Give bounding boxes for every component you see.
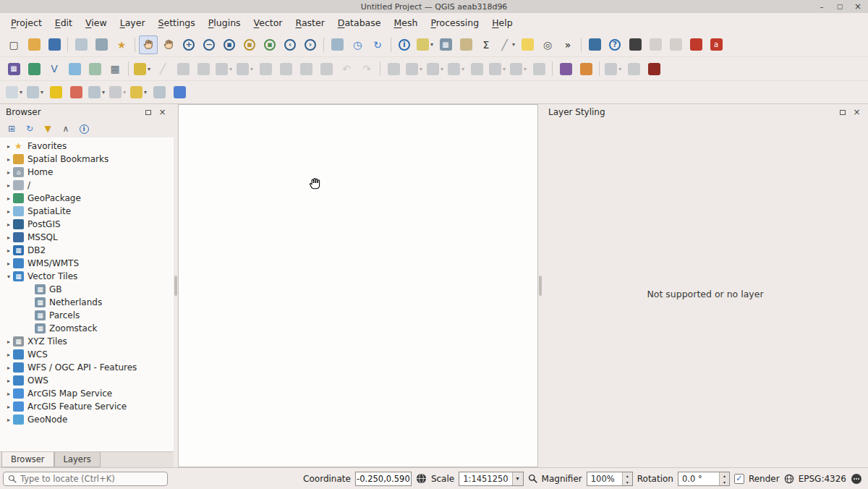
menu-item[interactable]: View: [79, 15, 114, 30]
expand-arrow-icon[interactable]: ▸: [4, 182, 13, 189]
expand-arrow-icon[interactable]: ▸: [4, 352, 13, 358]
expand-arrow-icon[interactable]: ▸: [4, 234, 13, 241]
rotation-value[interactable]: 0.0 °: [678, 474, 719, 484]
current-edits[interactable]: [132, 59, 152, 78]
new-geopackage-layer[interactable]: [25, 59, 43, 78]
close-panel-icon[interactable]: [157, 107, 168, 118]
new-print-layout[interactable]: [72, 35, 90, 54]
dropdown-arrow-icon[interactable]: [461, 66, 464, 72]
add-selected-layers[interactable]: ⊞: [4, 122, 19, 136]
expand-arrow-icon[interactable]: ▸: [4, 404, 13, 410]
tree-item-spatial-bookmarks[interactable]: ▸ Spatial Bookmarks: [0, 153, 174, 166]
minimize-button[interactable]: [817, 1, 826, 12]
collapse-all[interactable]: ∧: [59, 122, 73, 136]
spin-up-icon[interactable]: [623, 472, 632, 479]
plugin-tool-1[interactable]: [646, 35, 665, 54]
open-project[interactable]: [25, 35, 43, 54]
tree-item-root-folder[interactable]: ▸ /: [0, 179, 174, 192]
tree-item-wfs[interactable]: ▸ WFS / OGC API - Features: [0, 361, 174, 374]
dropdown-arrow-icon[interactable]: [441, 66, 443, 72]
float-panel-icon[interactable]: [837, 107, 848, 118]
dropdown-arrow-icon[interactable]: [420, 66, 422, 72]
refresh-browser[interactable]: ↻: [22, 122, 37, 136]
move-feature[interactable]: [235, 59, 255, 78]
expand-arrow-icon[interactable]: ▸: [4, 417, 13, 423]
plugin-tool-2[interactable]: [666, 35, 685, 54]
merge-features[interactable]: [425, 59, 445, 78]
zoom-full[interactable]: ▪: [220, 35, 239, 54]
expand-arrow-icon[interactable]: ▸: [4, 221, 13, 228]
tree-item-vector-tiles[interactable]: ▾ ▦ Vector Tiles: [0, 270, 174, 283]
float-panel-icon[interactable]: [142, 107, 153, 118]
layer-diagram-options[interactable]: [67, 83, 85, 102]
tree-item-gb[interactable]: ▦ GB: [0, 283, 174, 296]
dropdown-arrow-icon[interactable]: [618, 66, 621, 72]
first-aid-debug[interactable]: [626, 35, 644, 54]
dropdown-arrow-icon[interactable]: [20, 89, 22, 95]
layer-labeling-options[interactable]: [46, 83, 65, 102]
dropdown-arrow-icon[interactable]: [123, 89, 126, 95]
expand-arrow-icon[interactable]: ▾: [4, 273, 13, 280]
magnifier-spinbox[interactable]: 100%: [587, 472, 633, 486]
tree-item-xyz-tiles[interactable]: ▸ ▦ XYZ Tiles: [0, 335, 174, 348]
topology-plugin[interactable]: [644, 59, 663, 78]
menu-item[interactable]: Raster: [289, 15, 331, 30]
expand-arrow-icon[interactable]: ▸: [4, 208, 13, 215]
locate-search-box[interactable]: [3, 472, 168, 486]
delete-selected[interactable]: [256, 59, 275, 78]
expand-arrow-icon[interactable]: ▸: [4, 339, 13, 345]
temporal-controller[interactable]: ◷: [348, 35, 367, 54]
filter-browser[interactable]: ▼: [41, 122, 55, 136]
dropdown-arrow-icon[interactable]: [229, 66, 232, 72]
trim-extend[interactable]: [529, 59, 548, 78]
tree-item-ows[interactable]: ▸ OWS: [0, 374, 174, 387]
menu-item[interactable]: Plugins: [202, 15, 247, 30]
delete-ring[interactable]: [488, 59, 507, 78]
style-manager[interactable]: ★: [112, 35, 131, 54]
zoom-next[interactable]: ›: [301, 35, 320, 54]
tree-item-home[interactable]: ▸ ⌂ Home: [0, 166, 174, 179]
crs-button[interactable]: EPSG:4326: [799, 474, 846, 484]
statistical-summary[interactable]: Σ: [477, 35, 495, 54]
cut-features[interactable]: [276, 59, 295, 78]
tab-browser[interactable]: Browser: [1, 452, 54, 467]
offset-curve[interactable]: [509, 59, 528, 78]
snapping-options[interactable]: [624, 59, 643, 78]
tree-item-geopackage[interactable]: ▸ GeoPackage: [0, 192, 174, 205]
menu-item[interactable]: Mesh: [387, 15, 424, 30]
menu-item[interactable]: Edit: [48, 15, 79, 30]
tree-item-parcels[interactable]: ▦ Parcels: [0, 309, 174, 322]
scale-combobox[interactable]: 1:1451250: [459, 472, 523, 486]
tree-item-zoomstack[interactable]: ▦ Zoomstack: [0, 322, 174, 335]
tree-item-postgis[interactable]: ▸ PostGIS: [0, 218, 174, 231]
identify-features[interactable]: i: [395, 35, 414, 54]
highlight-pinned-labels[interactable]: [108, 83, 127, 102]
coordinate-input[interactable]: [355, 472, 412, 486]
change-label-properties[interactable]: [170, 83, 189, 102]
dropdown-arrow-icon[interactable]: [512, 41, 515, 48]
add-feature[interactable]: [194, 59, 213, 78]
tree-item-arcgis-map-service[interactable]: ▸ ArcGIS Map Service: [0, 387, 174, 400]
reshape-features[interactable]: [384, 59, 403, 78]
tree-item-wms-wmts[interactable]: ▸ WMS/WMTS: [0, 257, 174, 270]
messages-button[interactable]: [851, 473, 862, 485]
dropdown-arrow-icon[interactable]: [148, 66, 150, 72]
expand-arrow-icon[interactable]: ▸: [4, 378, 13, 384]
maximize-button[interactable]: [835, 1, 844, 12]
dropdown-arrow-icon[interactable]: [41, 89, 43, 95]
show-layout-manager[interactable]: [92, 35, 111, 54]
rotation-spinbox[interactable]: 0.0 °: [678, 472, 730, 486]
new-form-annotation[interactable]: [25, 83, 45, 102]
expand-arrow-icon[interactable]: ▸: [4, 247, 13, 254]
tree-item-geonode[interactable]: ▸ GeoNode: [0, 413, 174, 426]
field-calculator[interactable]: [456, 35, 475, 54]
magnifier-value[interactable]: 100%: [587, 474, 622, 484]
new-shapefile-layer[interactable]: V: [45, 59, 64, 78]
pan-map-to-selection[interactable]: [159, 35, 178, 54]
python-console[interactable]: [585, 35, 604, 54]
expand-arrow-icon[interactable]: ▸: [4, 260, 13, 267]
zoom-last[interactable]: ‹: [281, 35, 299, 54]
tree-item-mssql[interactable]: ▸ MSSQL: [0, 231, 174, 244]
zoom-to-layer[interactable]: ▪: [260, 35, 279, 54]
measure-line[interactable]: ╱: [497, 35, 516, 54]
